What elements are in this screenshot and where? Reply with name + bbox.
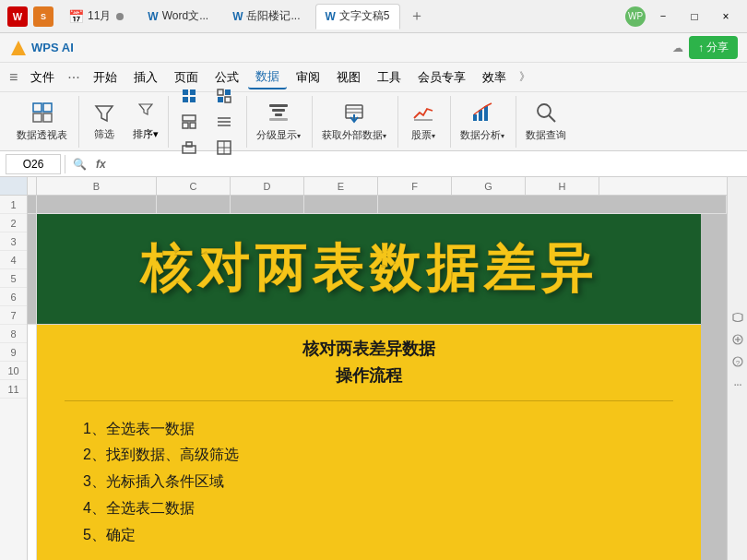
stock-button[interactable]: 股票▾	[402, 98, 445, 146]
filter-small-button[interactable]	[129, 97, 162, 121]
step-list: 1、全选表一数据 2、找到数据、高级筛选 3、光标插入条件区域 4、全选表二数据…	[65, 416, 673, 549]
menu-review[interactable]: 审阅	[289, 66, 327, 89]
step-5: 5、确定	[83, 522, 655, 549]
analysis-icon	[471, 101, 493, 126]
svg-marker-0	[11, 41, 26, 55]
data-query-button[interactable]: 数据查询	[520, 98, 572, 146]
avatar[interactable]: WP	[625, 6, 646, 27]
row-numbers: 1 2 3 4 5 6 7 8 9 10 11	[0, 177, 28, 560]
col-header-e[interactable]: E	[304, 177, 378, 195]
step-3: 3、光标插入条件区域	[83, 469, 655, 495]
step-1: 1、全选表一数据	[83, 416, 655, 443]
cell-1c[interactable]	[157, 196, 231, 214]
big-header-text: 核对两表数据差异	[140, 234, 598, 304]
row-num-1: 1	[0, 196, 27, 214]
title-bar-left: W S 📅 11月 W Word文... W 岳阳楼记... W 文字文稿5 ＋	[7, 4, 620, 30]
cell-reference-input[interactable]	[6, 154, 61, 174]
col-header-g[interactable]: G	[452, 177, 526, 195]
grid-btn-3[interactable]	[172, 110, 206, 134]
row-num-10: 10	[0, 362, 27, 380]
get-external-data-button[interactable]: 获取外部数据▾	[316, 98, 392, 146]
svg-rect-3	[33, 113, 42, 122]
menu-vip[interactable]: 会员专享	[410, 66, 473, 89]
big-header-cell: 核对两表数据差异	[37, 214, 701, 325]
tab-active[interactable]: W 文字文稿5	[315, 4, 400, 30]
menu-file[interactable]: 文件	[23, 66, 62, 89]
close-button[interactable]: ×	[712, 6, 740, 27]
grid-btn-1[interactable]	[172, 84, 206, 108]
maximize-button[interactable]: □	[681, 6, 708, 27]
grid-btn-2[interactable]	[208, 84, 241, 108]
wps-logo-icon[interactable]: W	[7, 6, 28, 27]
menu-tools[interactable]: 工具	[370, 66, 409, 89]
cell-1a[interactable]	[28, 196, 37, 214]
wps-ai-logo[interactable]: WPS AI	[9, 39, 74, 57]
title-bar: W S 📅 11月 W Word文... W 岳阳楼记... W 文字文稿5 ＋…	[0, 0, 747, 33]
svg-line-39	[549, 115, 555, 122]
app-icon[interactable]: S	[33, 6, 53, 27]
svg-rect-2	[43, 103, 52, 112]
level-display-button[interactable]: 分级显示▾	[251, 98, 306, 146]
grid-btn-6[interactable]	[208, 136, 241, 160]
col-header-h[interactable]: H	[526, 177, 599, 195]
toolbar-group-stock: 股票▾	[397, 96, 448, 148]
step-2: 2、找到数据、高级筛选	[83, 442, 655, 469]
menu-data[interactable]: 数据	[248, 66, 287, 89]
svg-rect-9	[183, 97, 188, 102]
menu-start[interactable]: 开始	[86, 66, 125, 89]
cell-1d[interactable]	[231, 196, 304, 214]
menu-arrow-more[interactable]: 》	[516, 69, 534, 85]
wps-ai-bar: WPS AI ☁ ↑ 分享	[0, 33, 747, 63]
menu-insert[interactable]: 插入	[126, 66, 165, 89]
filter-button[interactable]: 筛选	[83, 98, 125, 146]
filter-icon	[94, 102, 114, 125]
col-header-d[interactable]: D	[231, 177, 304, 195]
cloud-icon[interactable]: ☁	[672, 42, 683, 54]
svg-rect-26	[269, 104, 288, 107]
menu-efficiency[interactable]: 效率	[475, 66, 514, 89]
col-header-f[interactable]: F	[378, 177, 452, 195]
cell-2a[interactable]	[28, 214, 37, 325]
svg-rect-29	[269, 118, 288, 121]
cell-1b[interactable]	[37, 196, 157, 214]
formula-fx-icon[interactable]: fx	[92, 156, 110, 173]
sort-button[interactable]: 排序▾	[129, 122, 162, 146]
col-header-b[interactable]: B	[37, 177, 157, 195]
svg-rect-28	[275, 113, 282, 116]
sidebar-icon-dots[interactable]: ···	[730, 376, 745, 391]
row-num-3: 3	[0, 232, 27, 251]
tab-11yue[interactable]: 📅 11月	[59, 4, 133, 30]
menu-more-dots[interactable]: ···	[64, 69, 83, 86]
cell-1e[interactable]	[304, 196, 378, 214]
main-area: 1 2 3 4 5 6 7 8 9 10 11 B C D E F G H	[0, 177, 747, 560]
sidebar-icon-3[interactable]: ?	[730, 354, 745, 369]
menu-view[interactable]: 视图	[329, 66, 368, 89]
svg-rect-11	[218, 89, 223, 95]
share-button[interactable]: ↑ 分享	[689, 36, 738, 59]
sidebar-icon-2[interactable]	[730, 332, 745, 347]
tab-add-button[interactable]: ＋	[406, 6, 428, 28]
grid-btn-5[interactable]	[172, 136, 206, 160]
svg-rect-22	[186, 142, 192, 147]
grid-btn-4[interactable]	[208, 110, 241, 134]
svg-rect-35	[473, 114, 477, 121]
sidebar-icon-1[interactable]	[730, 310, 745, 325]
pivot-table-button[interactable]: 数据透视表	[11, 98, 73, 146]
data-analysis-button[interactable]: 数据分析▾	[455, 98, 510, 146]
col-header-corner	[0, 177, 27, 196]
formula-search-icon[interactable]: 🔍	[69, 156, 90, 173]
menu-expand-icon[interactable]: ≡	[6, 69, 21, 86]
yellow-content-area: 核对两表差异数据 操作流程 1、全选表一数据 2、找到数据、高级筛选 3、光标插…	[28, 325, 727, 560]
row-num-4: 4	[0, 251, 27, 269]
minimize-button[interactable]: －	[649, 6, 677, 27]
svg-point-38	[538, 104, 551, 117]
toolbar: 数据透视表 筛选 排序▾	[0, 92, 747, 151]
col-header-c[interactable]: C	[157, 177, 231, 195]
tab-yueyang[interactable]: W 岳阳楼记...	[223, 4, 309, 30]
formula-bar: 🔍 fx	[0, 151, 747, 177]
tab-word[interactable]: W Word文...	[138, 4, 218, 30]
svg-rect-15	[183, 115, 196, 121]
cell-1f[interactable]	[378, 196, 727, 214]
column-headers: B C D E F G H	[28, 177, 727, 196]
spreadsheet: B C D E F G H 核对两	[28, 177, 727, 560]
